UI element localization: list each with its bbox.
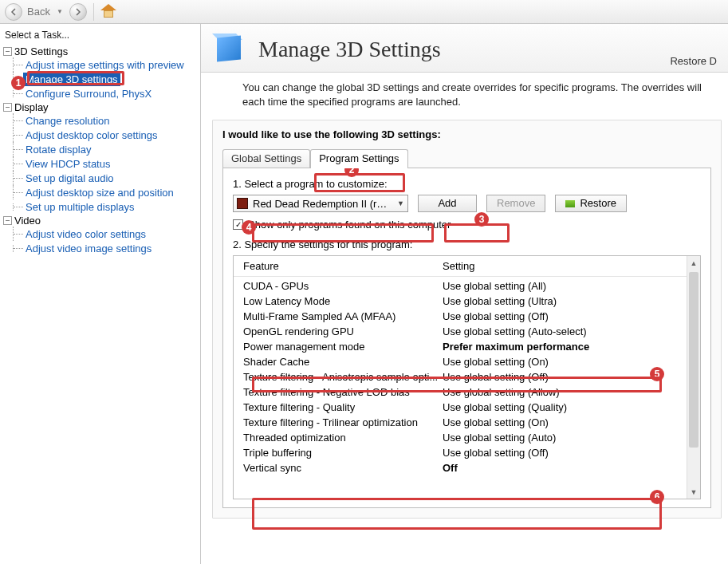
tab-program-settings[interactable]: Program Settings xyxy=(310,149,407,168)
column-header-feature[interactable]: Feature xyxy=(243,260,443,272)
feature-cell: CUDA - GPUs xyxy=(243,280,443,292)
tree-item-video-color[interactable]: Adjust video color settings xyxy=(23,227,148,241)
tree-item-adjust-desktop-color[interactable]: Adjust desktop color settings xyxy=(23,128,159,142)
feature-cell: Power management mode xyxy=(243,341,443,353)
page-header: Manage 3D Settings Restore D xyxy=(201,24,728,73)
table-row[interactable]: Shader CacheUse global setting (On) xyxy=(234,354,700,369)
step1-label: 1. Select a program to customize: xyxy=(233,178,701,190)
table-scrollbar[interactable]: ▲ ▼ xyxy=(687,256,700,499)
setting-cell[interactable]: Prefer maximum performance xyxy=(443,341,694,353)
feature-cell: Multi-Frame Sampled AA (MFAA) xyxy=(243,310,443,322)
tree-item-change-resolution[interactable]: Change resolution xyxy=(23,114,112,128)
show-only-installed-label: Show only programs found on this compute… xyxy=(248,219,451,231)
table-row[interactable]: Texture filtering - Anisotropic sample o… xyxy=(234,369,700,385)
back-history-dropdown[interactable]: ▼ xyxy=(57,8,63,15)
setting-cell[interactable]: Use global setting (On) xyxy=(443,356,694,368)
tree-item-adjust-image-settings[interactable]: Adjust image settings with preview xyxy=(23,58,187,72)
table-row[interactable]: Texture filtering - QualityUse global se… xyxy=(234,400,700,415)
setting-cell[interactable]: Off xyxy=(443,462,694,474)
collapse-icon[interactable]: – xyxy=(3,216,12,225)
remove-button: Remove xyxy=(486,195,545,212)
tree-item-view-hdcp[interactable]: View HDCP status xyxy=(23,157,112,171)
scroll-up-icon[interactable]: ▲ xyxy=(687,256,700,270)
feature-cell: Texture filtering - Anisotropic sample o… xyxy=(243,371,443,383)
setting-cell[interactable]: Use global setting (Off) xyxy=(443,371,694,383)
restore-button[interactable]: Restore xyxy=(555,195,627,212)
table-row[interactable]: Threaded optimizationUse global setting … xyxy=(234,430,700,445)
nav-toolbar: Back ▼ xyxy=(0,0,728,24)
tree-item-video-image[interactable]: Adjust video image settings xyxy=(23,242,154,255)
feature-cell: Texture filtering - Trilinear optimizati… xyxy=(243,416,443,428)
table-row[interactable]: CUDA - GPUsUse global setting (All) xyxy=(234,278,700,294)
setting-cell[interactable]: Use global setting (On) xyxy=(443,416,694,428)
setting-cell[interactable]: Use global setting (All) xyxy=(443,280,694,292)
page-intro-text: You can change the global 3D settings an… xyxy=(201,73,728,113)
feature-cell: Triple buffering xyxy=(243,447,443,459)
show-only-installed-checkbox[interactable]: ✓ xyxy=(233,219,243,230)
task-header: Select a Task... xyxy=(0,27,200,43)
tree-children: Adjust image settings with preview Manag… xyxy=(7,57,200,101)
page-icon xyxy=(212,32,247,67)
program-select-value: Red Dead Redemption II (rdr2.e... xyxy=(253,198,392,210)
content-pane: Manage 3D Settings Restore D You can cha… xyxy=(201,24,728,564)
chevron-down-icon: ▼ xyxy=(397,199,404,207)
nvidia-logo-icon xyxy=(565,200,575,207)
setting-cell[interactable]: Use global setting (Off) xyxy=(443,310,694,322)
add-button[interactable]: Add xyxy=(418,195,477,212)
program-icon xyxy=(237,198,248,209)
feature-cell: Texture filtering - Quality xyxy=(243,401,443,413)
table-row[interactable]: Texture filtering - Trilinear optimizati… xyxy=(234,415,700,430)
restore-defaults-link[interactable]: Restore D xyxy=(670,55,717,67)
home-button[interactable] xyxy=(100,4,116,20)
feature-cell: OpenGL rendering GPU xyxy=(243,325,443,337)
tree-item-manage-3d-settings[interactable]: Manage 3D settings xyxy=(23,73,120,86)
feature-cell: Vertical sync xyxy=(243,462,443,474)
setting-cell[interactable]: Use global setting (Off) xyxy=(443,447,694,459)
forward-button[interactable] xyxy=(69,3,87,21)
tree-group-display[interactable]: – Display xyxy=(3,101,200,113)
column-header-setting[interactable]: Setting xyxy=(443,260,474,272)
tab-bar: Global Settings Program Settings xyxy=(222,148,711,168)
feature-cell: Texture filtering - Negative LOD bias xyxy=(243,386,443,398)
tree-item-desktop-size[interactable]: Adjust desktop size and position xyxy=(23,186,176,199)
table-row[interactable]: Texture filtering - Negative LOD biasUse… xyxy=(234,385,700,400)
settings-table: Feature Setting CUDA - GPUsUse global se… xyxy=(233,255,701,499)
table-row[interactable]: OpenGL rendering GPUUse global setting (… xyxy=(234,324,700,339)
tree-group-3d-settings[interactable]: – 3D Settings xyxy=(3,45,200,57)
table-row[interactable]: Vertical syncOff xyxy=(234,460,700,475)
table-row[interactable]: Low Latency ModeUse global setting (Ultr… xyxy=(234,294,700,309)
tab-body: 1. Select a program to customize: Red De… xyxy=(222,168,711,508)
setting-cell[interactable]: Use global setting (Quality) xyxy=(443,401,694,413)
setting-cell[interactable]: Use global setting (Auto) xyxy=(443,432,694,444)
feature-cell: Shader Cache xyxy=(243,356,443,368)
collapse-icon[interactable]: – xyxy=(3,103,12,112)
program-select[interactable]: Red Dead Redemption II (rdr2.e... ▼ xyxy=(233,195,408,212)
feature-cell: Low Latency Mode xyxy=(243,295,443,307)
scroll-thumb[interactable] xyxy=(689,272,698,448)
page-title: Manage 3D Settings xyxy=(258,37,441,62)
table-row[interactable]: Power management modePrefer maximum perf… xyxy=(234,339,700,354)
scroll-down-icon[interactable]: ▼ xyxy=(687,485,700,499)
tree-item-rotate-display[interactable]: Rotate display xyxy=(23,143,93,156)
collapse-icon[interactable]: – xyxy=(3,47,12,56)
setting-cell[interactable]: Use global setting (Allow) xyxy=(443,386,694,398)
tree-item-multiple-displays[interactable]: Set up multiple displays xyxy=(23,200,137,214)
group-title: I would like to use the following 3D set… xyxy=(222,128,711,140)
table-row[interactable]: Triple bufferingUse global setting (Off) xyxy=(234,445,700,460)
settings-group: I would like to use the following 3D set… xyxy=(212,120,722,519)
step2-label: 2. Specify the settings for this program… xyxy=(233,239,701,250)
tree-group-video[interactable]: – Video xyxy=(3,215,200,227)
table-row[interactable]: Multi-Frame Sampled AA (MFAA)Use global … xyxy=(234,309,700,324)
tree-item-configure-surround[interactable]: Configure Surround, PhysX xyxy=(23,87,154,101)
setting-cell[interactable]: Use global setting (Ultra) xyxy=(443,295,694,307)
feature-cell: Threaded optimization xyxy=(243,432,443,444)
tab-global-settings[interactable]: Global Settings xyxy=(222,149,310,168)
back-label: Back xyxy=(27,6,50,18)
toolbar-separator xyxy=(93,3,94,21)
task-tree-pane: Select a Task... – 3D Settings Adjust im… xyxy=(0,24,201,564)
tree-item-digital-audio[interactable]: Set up digital audio xyxy=(23,172,116,185)
setting-cell[interactable]: Use global setting (Auto-select) xyxy=(443,325,694,337)
back-button[interactable] xyxy=(5,3,22,21)
